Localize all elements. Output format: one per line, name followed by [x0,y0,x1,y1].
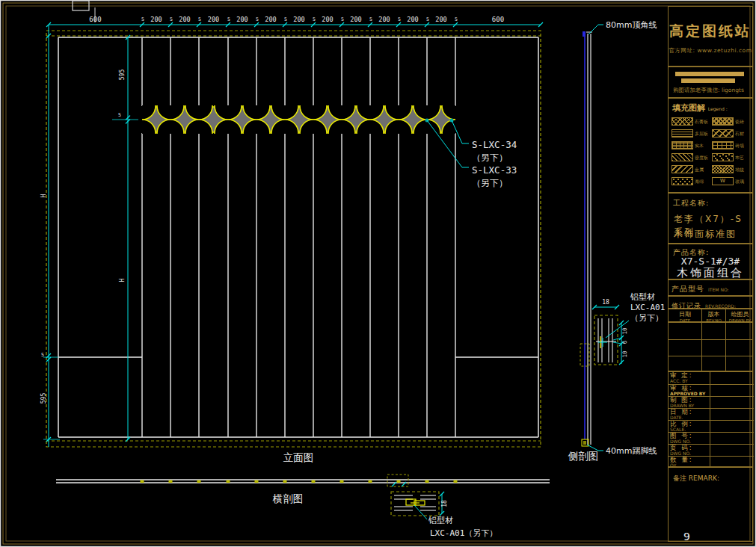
legend-label: 金属 [695,167,704,173]
alum-profile-label-plan: 铝型材 [428,516,453,525]
brand-box: 高定图纸站 官方网址: www.zetuzhi.com [668,6,753,67]
cad-sheet: 6006005200520052005200520052005200520052… [0,0,756,547]
svg-text:600: 600 [492,16,504,23]
info-value [710,457,754,468]
svg-text:（另下）: （另下） [630,313,663,323]
info-row-pageno: 页 码:DWG NO. [669,444,754,456]
svg-text:18: 18 [441,500,448,507]
hatch-swatch [672,129,693,137]
rev-col-drawnby: 绘图员 DRAWN BY [725,309,754,321]
svg-text:（另下）: （另下） [472,178,508,188]
page-number: 9 [683,531,690,543]
svg-text:200: 200 [322,16,333,23]
info-row-qty: 数 量:QY. [669,456,754,468]
hatch-swatch [712,165,734,173]
info-value [710,445,754,456]
svg-text:200: 200 [293,16,304,23]
legend-label: 布艺 [735,155,744,161]
svg-text:200: 200 [378,16,390,23]
rev-h-cn: 绘图员 [726,310,754,318]
svg-text:600: 600 [89,16,101,23]
svg-text:5: 5 [198,16,201,22]
divider [669,339,752,340]
svg-text:LXC-A01（另下）: LXC-A01（另下） [430,528,497,538]
rev-table-rows [668,322,753,371]
legend-label: 石材 [735,131,744,137]
legend-label: 多层板 [695,131,708,137]
legend-box: 填充图解 Legend : 石膏板 瓷砖 多层板 石材 实木 砖墙 密度板 布艺… [668,98,753,193]
legend-title: 填充图解 Legend : [672,102,728,114]
svg-text:200: 200 [150,16,162,23]
rev-h-cn: 版本 [702,310,725,318]
hatch-swatch [712,141,734,149]
hatch-swatch [672,153,693,161]
svg-text:200: 200 [208,16,219,23]
remark-box: 备注 REMARK: 9 [668,467,753,542]
hatch-swatch [672,177,693,185]
legend-row: 石膏板 瓷砖 [669,117,752,127]
svg-text:6: 6 [621,340,628,344]
rev-en: REV.RECORD: [705,303,736,309]
hatch-swatch [712,153,734,161]
rev-table-header: 日期 DATE 版本 REV.NO 绘图员 DRAWN BY [668,309,753,322]
info-en: ACC. BY [670,379,709,383]
legend-title-cn: 填充图解 [672,103,705,113]
gold-bar-1 [675,72,744,76]
svg-text:200: 200 [350,16,361,23]
skirting-line-label: 40mm踢脚线 [606,446,657,456]
project-box: 工程名称: 老李（X7）-S系列 木饰面标准图 [668,193,753,244]
project-label: 工程名称: [673,198,709,208]
svg-text:5: 5 [426,16,429,22]
legend-row: 实木 砖墙 [669,141,752,151]
svg-text:10: 10 [621,350,628,358]
svg-text:5: 5 [227,16,230,22]
product-box: 产品名称: X7-S-1#/3# 木饰面组合 [668,244,753,279]
rev-col-revno: 版本 REV.NO [701,309,725,321]
svg-text:5: 5 [256,16,259,22]
side-title: 侧剖图 [568,450,599,462]
item-no-en: ITEM NO: [708,287,728,292]
hatch-swatch [712,129,734,137]
info-value [710,372,754,384]
hatch-swatch [672,165,693,173]
svg-text:5: 5 [141,16,144,22]
legend-row: 海绵 W玻璃 [669,177,752,187]
item-no-cn: 产品型号 [672,285,704,293]
rev-h-cn: 日期 [669,310,701,318]
svg-text:18: 18 [602,299,609,306]
info-row-acc: 审 定:ACC. BY [669,372,754,384]
legend-label: 密度板 [695,155,708,161]
info-value [710,433,754,444]
hatch-swatch [672,117,693,126]
legend-row: 多层板 石材 [669,129,752,139]
svg-text:（另下）: （另下） [472,152,508,163]
brand-title: 高定图纸站 [669,22,752,41]
remark-label: 备注 REMARK: [673,474,719,483]
top-corner-line-label: 80mm顶角线 [606,20,657,30]
cad-canvas: 6006005200520052005200520052005200520052… [0,0,756,547]
legend-label: 石膏板 [695,119,708,126]
divider [669,356,752,356]
svg-text:H: H [119,278,126,282]
info-value [710,421,754,432]
svg-text:5: 5 [313,16,316,22]
info-row-approved: 审 核:APPROVED BY [669,384,754,396]
legend-label: 实木 [695,143,704,149]
svg-text:5: 5 [369,16,372,22]
info-value [710,397,754,408]
legend-label: 瓷砖 [735,119,744,126]
svg-text:5: 5 [398,16,401,22]
hatch-swatch [712,117,734,126]
legend-row: 金属 地毯 [669,165,752,175]
info-rows: 审 定:ACC. BY 审 核:APPROVED BY 制 图:DRAWN BY… [668,371,753,467]
hatch-swatch [672,141,693,149]
product-line1: X7-S-1#/3# [669,256,752,267]
info-row-scale: 比 例:SCALE. [669,420,754,432]
svg-text:5: 5 [455,16,458,22]
svg-text:595: 595 [40,393,47,404]
svg-text:LXC-A01: LXC-A01 [630,303,665,312]
gold-bar-2 [681,78,735,83]
svg-text:200: 200 [265,16,276,23]
svg-text:595: 595 [119,69,126,81]
svg-text:200: 200 [179,16,190,23]
